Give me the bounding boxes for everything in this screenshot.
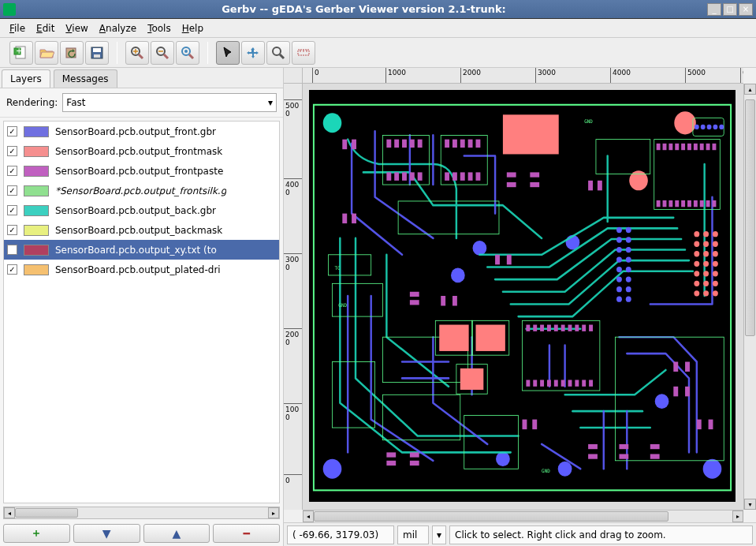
tab-layers[interactable]: Layers <box>2 69 50 88</box>
horizontal-scrollbar[interactable]: ◂ ▸ <box>303 510 743 522</box>
rendering-select[interactable]: Fast ▾ <box>62 93 277 112</box>
svg-rect-61 <box>460 172 465 180</box>
svg-rect-69 <box>382 395 460 439</box>
zoom-fit-button[interactable] <box>176 41 199 65</box>
layer-checkbox[interactable]: ✓ <box>7 205 17 215</box>
layer-remove-button[interactable]: ━ <box>213 524 280 543</box>
svg-rect-115 <box>561 380 565 386</box>
revert-button[interactable] <box>60 41 84 65</box>
layer-row[interactable]: ✓SensorBoard.pcb.output_backmask <box>4 220 279 240</box>
sidebar-hscroll[interactable]: ◂ ▸ <box>3 507 280 519</box>
svg-rect-82 <box>675 144 679 150</box>
svg-point-40 <box>713 125 717 129</box>
scroll-thumb[interactable] <box>15 508 78 518</box>
layer-color-swatch[interactable] <box>24 225 49 236</box>
layer-color-swatch[interactable] <box>24 126 49 137</box>
scroll-left-arrow[interactable]: ◂ <box>303 510 314 522</box>
layer-color-swatch[interactable] <box>24 264 49 275</box>
layer-checkbox[interactable]: ✓ <box>7 225 17 235</box>
svg-rect-45 <box>402 140 407 148</box>
layer-checkbox[interactable]: ✓ <box>7 264 17 275</box>
svg-rect-169 <box>410 300 419 305</box>
menu-tools[interactable]: Tools <box>143 21 176 36</box>
svg-rect-164 <box>530 172 539 177</box>
scroll-up-arrow[interactable]: ▴ <box>744 84 756 95</box>
svg-point-32 <box>496 451 510 466</box>
layer-row[interactable]: ✓SensorBoard.pcb.output_frontmask <box>4 141 279 161</box>
svg-point-153 <box>703 281 709 286</box>
svg-rect-79 <box>657 144 661 150</box>
pan-tool-button[interactable] <box>241 41 265 65</box>
svg-rect-50 <box>402 172 407 180</box>
new-button[interactable]: + <box>9 41 33 65</box>
menu-help[interactable]: Help <box>177 21 208 36</box>
scroll-left-arrow[interactable]: ◂ <box>4 507 15 518</box>
layer-row[interactable]: ✓SensorBoard.pcb.output_frontpaste <box>4 161 279 181</box>
unit-dropdown[interactable]: ▾ <box>432 525 446 544</box>
zoom-out-button[interactable] <box>151 41 174 65</box>
layer-color-swatch[interactable] <box>24 166 49 177</box>
layer-row[interactable]: SensorBoard.pcb.output_xy.txt (to <box>4 240 279 260</box>
svg-point-38 <box>701 125 706 129</box>
vertical-scrollbar[interactable]: ▴ ▾ <box>743 84 756 510</box>
zoom-out-icon <box>155 45 170 61</box>
svg-rect-184 <box>650 444 660 449</box>
layer-row[interactable]: ✓SensorBoard.pcb.output_plated-dri <box>4 260 279 279</box>
svg-rect-160 <box>342 214 347 224</box>
layer-row[interactable]: ✓SensorBoard.pcb.output_front.gbr <box>4 122 279 141</box>
layer-add-button[interactable]: ＋ <box>3 524 70 543</box>
layer-checkbox[interactable]: ✓ <box>7 126 17 136</box>
canvas[interactable]: GND GND GND TC <box>303 84 743 510</box>
hscroll-thumb[interactable] <box>314 511 668 522</box>
svg-rect-180 <box>588 444 598 449</box>
scroll-down-arrow[interactable]: ▾ <box>744 499 756 510</box>
maximize-button[interactable]: □ <box>723 3 737 16</box>
svg-point-16 <box>184 50 188 53</box>
layer-checkbox[interactable]: ✓ <box>7 146 17 156</box>
layer-color-swatch[interactable] <box>24 146 49 157</box>
layer-up-button[interactable]: ▲ <box>143 524 210 543</box>
layer-color-swatch[interactable] <box>24 245 49 256</box>
svg-point-41 <box>719 125 724 129</box>
menu-analyze[interactable]: Analyze <box>95 21 141 36</box>
pointer-tool-button[interactable] <box>216 41 240 65</box>
svg-point-133 <box>616 286 622 292</box>
svg-point-147 <box>703 261 709 267</box>
layer-checkbox[interactable] <box>7 245 17 255</box>
menu-edit[interactable]: Edit <box>32 21 59 36</box>
layer-color-swatch[interactable] <box>24 185 49 196</box>
svg-point-39 <box>707 125 712 129</box>
svg-point-127 <box>616 256 622 262</box>
layer-row[interactable]: ✓*SensorBoard.pcb.output_frontsilk.g <box>4 181 279 200</box>
svg-rect-188 <box>673 387 678 397</box>
layer-checkbox[interactable]: ✓ <box>7 166 17 176</box>
zoom-tool-button[interactable] <box>266 41 290 65</box>
scroll-right-arrow[interactable]: ▸ <box>732 510 743 522</box>
minimize-button[interactable]: _ <box>707 3 721 16</box>
folder-open-icon <box>39 45 54 61</box>
measure-tool-button[interactable] <box>292 41 315 65</box>
layer-down-button[interactable]: ▼ <box>73 524 140 543</box>
menu-view[interactable]: View <box>61 21 92 36</box>
svg-point-26 <box>703 459 722 479</box>
tab-messages[interactable]: Messages <box>54 69 117 88</box>
status-unit[interactable]: mil <box>397 525 429 544</box>
svg-point-25 <box>323 459 342 479</box>
vscroll-thumb[interactable] <box>745 99 755 336</box>
svg-point-31 <box>451 268 465 283</box>
svg-rect-191 <box>709 420 713 430</box>
scroll-right-arrow[interactable]: ▸ <box>268 507 279 518</box>
menu-file[interactable]: File <box>5 21 30 36</box>
layer-list[interactable]: ✓SensorBoard.pcb.output_front.gbr✓Sensor… <box>3 121 280 503</box>
svg-rect-5 <box>93 48 101 52</box>
svg-point-34 <box>558 462 572 477</box>
layer-row[interactable]: ✓SensorBoard.pcb.output_back.gbr <box>4 200 279 220</box>
svg-rect-106 <box>568 325 572 331</box>
layer-color-swatch[interactable] <box>24 205 49 216</box>
open-button[interactable] <box>35 41 58 65</box>
layer-checkbox[interactable]: ✓ <box>7 185 17 196</box>
save-button[interactable] <box>85 41 109 65</box>
close-button[interactable]: × <box>739 3 753 16</box>
svg-rect-110 <box>526 380 530 386</box>
zoom-in-button[interactable] <box>125 41 149 65</box>
